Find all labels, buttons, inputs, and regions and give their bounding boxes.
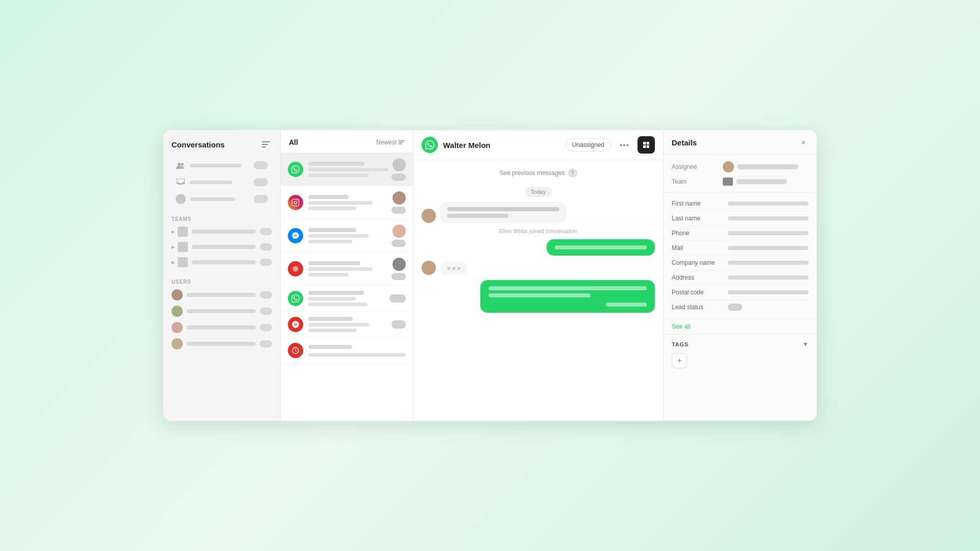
team-icon (176, 160, 186, 170)
conv-item-5[interactable] (281, 286, 413, 312)
tags-section: TAGS ▼ + (664, 335, 817, 374)
field-lastname: Last name (672, 211, 808, 226)
svg-rect-2 (262, 146, 266, 147)
sidebar-filter-icon[interactable] (260, 138, 272, 151)
user-item-3[interactable] (163, 319, 280, 336)
see-all-link[interactable]: See all (664, 319, 817, 335)
svg-point-19 (627, 144, 629, 146)
see-previous-messages[interactable]: See previous messages ? (422, 168, 655, 178)
teams-section: ▶ ▶ ▶ (163, 224, 280, 270)
user-item-1[interactable] (163, 287, 280, 303)
date-divider: Today (422, 187, 655, 197)
team-item-3[interactable]: ▶ (163, 255, 280, 270)
message-bubble-1 (440, 202, 567, 223)
svg-point-17 (620, 144, 622, 146)
phone-label: Phone (672, 230, 728, 237)
user-avatar-4 (172, 338, 183, 349)
svg-rect-1 (262, 144, 268, 145)
postal-label: Postal code (672, 289, 728, 296)
conv-avatar-3 (393, 224, 406, 238)
folder-icon-3 (178, 257, 188, 267)
users-section (163, 287, 280, 352)
sidebar-item-team[interactable] (167, 157, 276, 173)
conv-item-2[interactable] (281, 186, 413, 219)
custom-icon-1 (288, 261, 303, 277)
svg-line-16 (296, 350, 297, 352)
unassigned-button[interactable]: Unassigned (566, 138, 611, 152)
sender-avatar-1 (422, 209, 436, 223)
arrow-icon-1: ▶ (172, 230, 175, 234)
svg-point-4 (181, 163, 184, 166)
conv-avatar-1 (393, 158, 406, 171)
conv-item-7[interactable] (281, 338, 413, 364)
contact-fields: First name Last name Phone Mail Company … (664, 192, 817, 319)
message-row-outgoing-2 (422, 280, 655, 313)
conv-item-6[interactable] (281, 312, 413, 338)
custom-icon-2 (288, 317, 303, 332)
field-postal: Postal code (672, 285, 808, 300)
svg-rect-9 (292, 199, 299, 206)
whatsapp-icon-2 (288, 291, 303, 306)
conversation-list: All Newest (281, 130, 413, 421)
mail-label: Mail (672, 244, 728, 252)
svg-point-11 (297, 201, 298, 202)
custom-icon-3 (288, 343, 303, 358)
conv-list-title: All (289, 138, 298, 146)
details-header: Details × (664, 130, 817, 155)
team-item-1[interactable]: ▶ (163, 224, 280, 239)
address-label: Address (672, 274, 728, 281)
lead-status-toggle[interactable] (728, 304, 742, 311)
assignee-section: Assignee Team (664, 155, 817, 192)
chat-whatsapp-icon (422, 137, 438, 153)
svg-point-3 (178, 163, 181, 166)
whatsapp-icon-1 (288, 162, 303, 177)
arrow-icon-3: ▶ (172, 260, 175, 265)
chat-panel: Walter Melon Unassigned See previous mes… (413, 130, 664, 421)
conv-item-4[interactable] (281, 253, 413, 286)
action-button[interactable] (638, 136, 655, 154)
sort-button[interactable]: Newest (376, 139, 405, 146)
folder-icon-1 (178, 227, 188, 237)
user-avatar-1 (172, 289, 183, 300)
user-avatar-2 (172, 306, 183, 317)
inbox-icon (176, 177, 186, 187)
date-badge: Today (525, 187, 552, 197)
conv-list-header: All Newest (281, 130, 413, 153)
chat-contact-name: Walter Melon (443, 141, 560, 149)
close-button[interactable]: × (798, 137, 808, 147)
chat-messages: See previous messages ? Today Ellen Whit… (413, 160, 663, 421)
sidebar-item-inbox[interactable] (167, 174, 276, 190)
add-tag-button[interactable]: + (672, 353, 687, 368)
message-bubble-3 (480, 280, 655, 313)
company-label: Company name (672, 259, 728, 266)
svg-rect-0 (262, 141, 270, 142)
message-row-incoming-1 (422, 202, 655, 223)
more-options-button[interactable] (616, 137, 632, 153)
folder-icon-2 (178, 242, 188, 252)
tags-chevron-icon[interactable]: ▼ (802, 341, 808, 348)
details-panel: Details × Assignee Team First name (664, 130, 817, 421)
conv-avatar-2 (393, 191, 406, 205)
field-address: Address (672, 270, 808, 285)
assignee-label: Assignee (672, 163, 723, 170)
chat-header: Walter Melon Unassigned (413, 130, 663, 160)
sidebar-title: Conversations (172, 140, 225, 149)
sender-avatar-2 (422, 261, 436, 275)
message-row-outgoing-1 (422, 239, 655, 256)
sidebar-item-user[interactable] (167, 191, 276, 207)
assignee-row: Assignee (672, 161, 808, 172)
system-message: Ellen White joined conversation (422, 228, 655, 234)
svg-rect-20 (643, 142, 646, 144)
user-item-2[interactable] (163, 303, 280, 319)
details-title: Details (672, 138, 697, 147)
first-name-label: First name (672, 200, 728, 207)
user-item-4[interactable] (163, 336, 280, 352)
message-bubble-2 (547, 239, 655, 256)
messenger-icon (288, 228, 303, 243)
svg-rect-22 (643, 145, 646, 148)
conv-item-3[interactable] (281, 219, 413, 253)
user-avatar-3 (172, 322, 183, 333)
team-item-2[interactable]: ▶ (163, 239, 280, 255)
conv-item-1[interactable] (281, 153, 413, 186)
user-avatar-icon (176, 194, 186, 204)
